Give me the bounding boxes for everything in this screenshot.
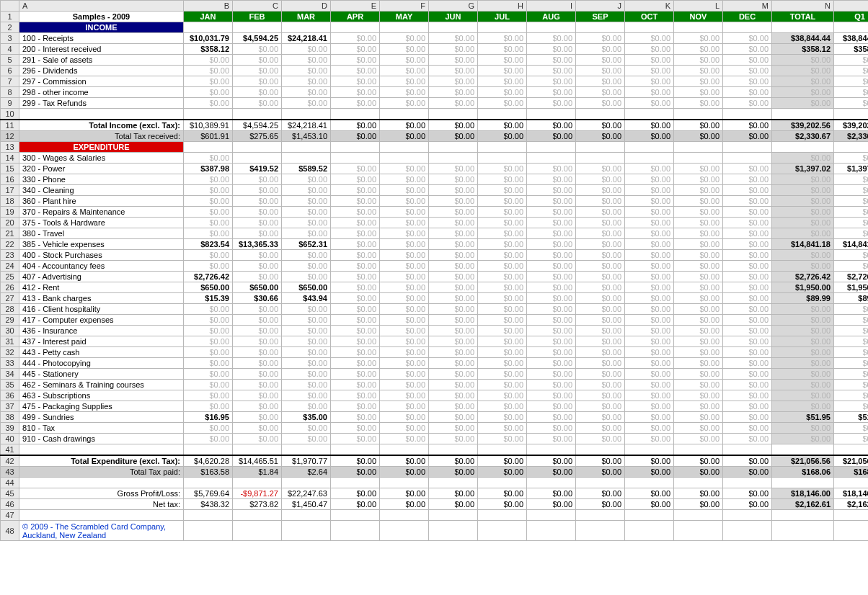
- row-label[interactable]: 412 - Rent: [19, 282, 184, 293]
- cell[interactable]: $0.00: [429, 455, 478, 467]
- cell[interactable]: $0.00: [478, 423, 527, 434]
- cell[interactable]: $0.00: [772, 185, 834, 196]
- cell[interactable]: $0.00: [429, 380, 478, 390]
- row-label[interactable]: 462 - Seminars & Training courses: [19, 380, 184, 390]
- cell[interactable]: $0.00: [527, 401, 576, 412]
- cell[interactable]: $0.00: [380, 261, 429, 272]
- cell[interactable]: $5,769.64: [184, 488, 233, 499]
- cell[interactable]: $0.00: [625, 261, 674, 272]
- cell[interactable]: $0.00: [576, 87, 625, 98]
- cell[interactable]: $0.00: [723, 358, 772, 369]
- cell[interactable]: $0.00: [576, 250, 625, 261]
- cell[interactable]: $0.00: [625, 120, 674, 131]
- cell[interactable]: $14,841.18: [772, 239, 834, 250]
- spreadsheet-grid[interactable]: ABCDEFGHIJKLMNO1Samples - 2009JANFEBMARA…: [0, 0, 868, 541]
- cell[interactable]: $0.00: [429, 228, 478, 239]
- col-header[interactable]: B: [184, 1, 233, 12]
- cell[interactable]: $0.00: [282, 380, 331, 390]
- cell[interactable]: $39,202.56: [834, 120, 869, 131]
- cell[interactable]: $0.00: [282, 44, 331, 55]
- cell[interactable]: $0.00: [331, 55, 380, 66]
- cell[interactable]: [527, 153, 576, 164]
- cell[interactable]: $0.00: [576, 488, 625, 499]
- cell[interactable]: $0.00: [478, 66, 527, 76]
- col-header[interactable]: L: [674, 1, 723, 12]
- row-label[interactable]: 417 - Computer expenses: [19, 315, 184, 326]
- cell[interactable]: $0.00: [772, 434, 834, 444]
- cell[interactable]: $0.00: [576, 455, 625, 467]
- cell[interactable]: $0.00: [576, 347, 625, 358]
- cell[interactable]: $0.00: [282, 347, 331, 358]
- cell[interactable]: $0.00: [576, 434, 625, 444]
- cell[interactable]: $0.00: [723, 196, 772, 207]
- row-label[interactable]: 296 - Dividends: [19, 66, 184, 76]
- cell[interactable]: $0.00: [331, 315, 380, 326]
- cell[interactable]: $0.00: [576, 315, 625, 326]
- cell[interactable]: $0.00: [478, 250, 527, 261]
- cell[interactable]: $0.00: [282, 250, 331, 261]
- cell[interactable]: $0.00: [723, 120, 772, 131]
- cell[interactable]: $0.00: [723, 218, 772, 228]
- cell[interactable]: $0.00: [233, 261, 282, 272]
- cell[interactable]: $0.00: [772, 315, 834, 326]
- cell[interactable]: $0.00: [674, 499, 723, 510]
- cell[interactable]: $0.00: [527, 326, 576, 336]
- cell[interactable]: $51.95: [772, 412, 834, 423]
- cell[interactable]: $0.00: [625, 164, 674, 174]
- cell[interactable]: $1.84: [233, 467, 282, 478]
- cell[interactable]: $0.00: [625, 369, 674, 380]
- cell[interactable]: $0.00: [331, 326, 380, 336]
- cell[interactable]: $0.00: [527, 174, 576, 185]
- cell[interactable]: $1,397.02: [772, 164, 834, 174]
- cell[interactable]: $0.00: [478, 293, 527, 304]
- cell[interactable]: $0.00: [576, 390, 625, 401]
- cell[interactable]: $0.00: [478, 369, 527, 380]
- cell[interactable]: $0.00: [331, 44, 380, 55]
- cell[interactable]: $650.00: [233, 282, 282, 293]
- cell[interactable]: $0.00: [674, 423, 723, 434]
- cell[interactable]: $0.00: [576, 369, 625, 380]
- cell[interactable]: $0.00: [478, 120, 527, 131]
- cell[interactable]: $650.00: [282, 282, 331, 293]
- col-header[interactable]: O: [834, 1, 869, 12]
- cell[interactable]: $0.00: [478, 315, 527, 326]
- cell[interactable]: $358.12: [184, 44, 233, 55]
- cell[interactable]: $0.00: [576, 282, 625, 293]
- cell[interactable]: [429, 153, 478, 164]
- cell[interactable]: $0.00: [478, 44, 527, 55]
- row-label[interactable]: 413 - Bank charges: [19, 293, 184, 304]
- cell[interactable]: $0.00: [184, 76, 233, 87]
- cell[interactable]: $30.66: [233, 293, 282, 304]
- cell[interactable]: $0.00: [576, 380, 625, 390]
- cell[interactable]: $0.00: [331, 250, 380, 261]
- row-label[interactable]: 320 - Power: [19, 164, 184, 174]
- cell[interactable]: $0.00: [723, 304, 772, 315]
- cell[interactable]: $4,594.25: [233, 120, 282, 131]
- cell[interactable]: $0.00: [723, 207, 772, 218]
- cell[interactable]: $0.00: [625, 131, 674, 142]
- cell[interactable]: $0.00: [772, 76, 834, 87]
- cell[interactable]: $0.00: [625, 412, 674, 423]
- cell[interactable]: $0.00: [429, 304, 478, 315]
- cell[interactable]: $0.00: [527, 33, 576, 44]
- cell[interactable]: $0.00: [429, 401, 478, 412]
- cell[interactable]: $0.00: [625, 239, 674, 250]
- cell[interactable]: $0.00: [478, 185, 527, 196]
- cell[interactable]: $0.00: [625, 228, 674, 239]
- cell[interactable]: $0.00: [834, 196, 869, 207]
- cell[interactable]: $0.00: [233, 347, 282, 358]
- cell[interactable]: $0.00: [723, 164, 772, 174]
- cell[interactable]: $0.00: [674, 44, 723, 55]
- cell[interactable]: $0.00: [723, 44, 772, 55]
- cell[interactable]: $0.00: [380, 488, 429, 499]
- cell[interactable]: $0.00: [834, 87, 869, 98]
- cell[interactable]: $0.00: [576, 499, 625, 510]
- cell[interactable]: $0.00: [527, 66, 576, 76]
- cell[interactable]: $0.00: [625, 326, 674, 336]
- cell[interactable]: $0.00: [723, 185, 772, 196]
- cell[interactable]: $0.00: [429, 261, 478, 272]
- cell[interactable]: $0.00: [478, 55, 527, 66]
- row-label[interactable]: 436 - Insurance: [19, 326, 184, 336]
- row-label[interactable]: 298 - other income: [19, 87, 184, 98]
- cell[interactable]: $0.00: [576, 358, 625, 369]
